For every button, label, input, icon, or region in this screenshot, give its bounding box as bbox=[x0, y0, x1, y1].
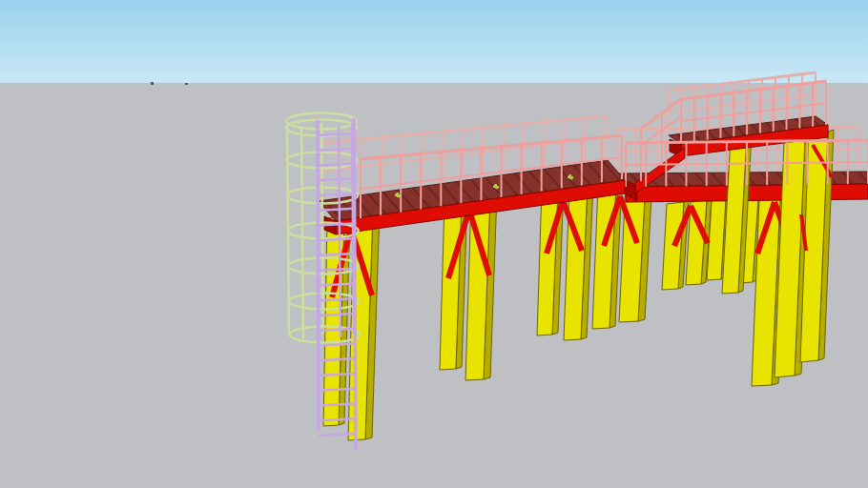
horizon-speck bbox=[151, 82, 154, 85]
ladder-stringer[interactable] bbox=[318, 120, 319, 431]
sky bbox=[0, 0, 868, 84]
ladder-stringer[interactable] bbox=[354, 118, 356, 451]
model-viewport[interactable] bbox=[0, 0, 868, 488]
viewport-canvas[interactable] bbox=[0, 0, 868, 488]
horizon-speck bbox=[185, 83, 188, 85]
